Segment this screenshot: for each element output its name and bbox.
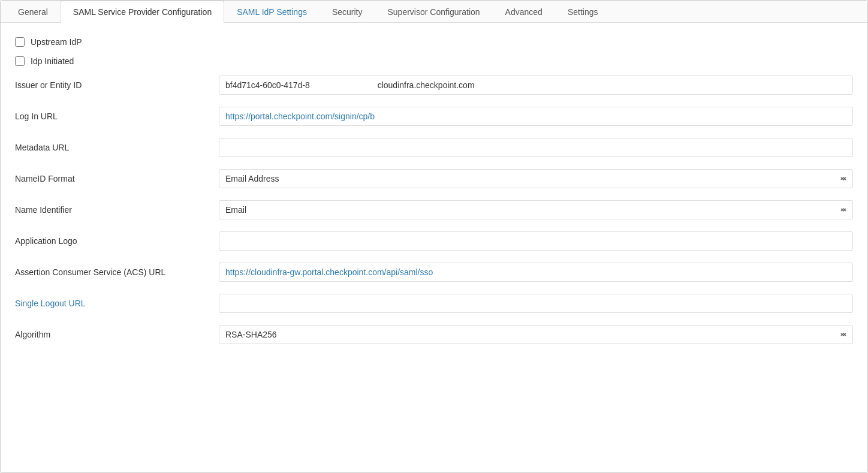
single-logout-url-input[interactable]	[219, 294, 853, 313]
application-logo-row: Application Logo	[15, 231, 853, 251]
nameid-format-row: NameID Format Email Address Persistent T…	[15, 169, 853, 188]
algorithm-label: Algorithm	[15, 325, 219, 339]
application-logo-field	[219, 231, 853, 251]
tab-settings[interactable]: Settings	[555, 1, 611, 23]
idp-initiated-label: Idp Initiated	[31, 56, 74, 66]
nameid-format-select[interactable]: Email Address Persistent Transient Unspe…	[219, 169, 853, 188]
algorithm-select[interactable]: RSA-SHA256 RSA-SHA1 RSA-SHA384 RSA-SHA51…	[219, 325, 853, 344]
tab-general[interactable]: General	[5, 1, 61, 23]
main-window: General SAML Service Provider Configurat…	[0, 0, 868, 473]
single-logout-url-row: Single Logout URL	[15, 294, 853, 313]
name-identifier-field: Email Username UPN	[219, 200, 853, 219]
metadata-url-label: Metadata URL	[15, 138, 219, 152]
acs-url-field	[219, 263, 853, 282]
algorithm-row: Algorithm RSA-SHA256 RSA-SHA1 RSA-SHA384…	[15, 325, 853, 344]
acs-url-row: Assertion Consumer Service (ACS) URL	[15, 263, 853, 282]
metadata-url-row: Metadata URL	[15, 138, 853, 157]
idp-initiated-checkbox[interactable]	[15, 56, 25, 66]
single-logout-url-field	[219, 294, 853, 313]
tab-security[interactable]: Security	[320, 1, 375, 23]
upstream-idp-row: Upstream IdP	[15, 37, 853, 47]
issuer-entity-id-row: Issuer or Entity ID	[15, 76, 853, 95]
metadata-url-field	[219, 138, 853, 157]
name-identifier-label: Name Identifier	[15, 200, 219, 215]
tab-saml-sp[interactable]: SAML Service Provider Configuration	[61, 1, 224, 23]
issuer-entity-id-input[interactable]	[219, 76, 853, 95]
name-identifier-select[interactable]: Email Username UPN	[219, 200, 853, 219]
upstream-idp-label: Upstream IdP	[31, 37, 82, 47]
login-url-input[interactable]	[219, 107, 853, 126]
tab-saml-idp[interactable]: SAML IdP Settings	[224, 1, 320, 23]
nameid-format-field: Email Address Persistent Transient Unspe…	[219, 169, 853, 188]
issuer-entity-id-field	[219, 76, 853, 95]
acs-url-label: Assertion Consumer Service (ACS) URL	[15, 263, 219, 277]
login-url-label: Log In URL	[15, 107, 219, 121]
application-logo-input[interactable]	[219, 231, 853, 251]
tab-bar: General SAML Service Provider Configurat…	[1, 1, 867, 23]
application-logo-label: Application Logo	[15, 231, 219, 246]
issuer-entity-id-label: Issuer or Entity ID	[15, 76, 219, 90]
tab-advanced[interactable]: Advanced	[493, 1, 555, 23]
tab-supervisor[interactable]: Supervisor Configuration	[375, 1, 493, 23]
name-identifier-row: Name Identifier Email Username UPN	[15, 200, 853, 219]
algorithm-field: RSA-SHA256 RSA-SHA1 RSA-SHA384 RSA-SHA51…	[219, 325, 853, 344]
login-url-row: Log In URL	[15, 107, 853, 126]
upstream-idp-checkbox[interactable]	[15, 37, 25, 47]
nameid-format-label: NameID Format	[15, 169, 219, 183]
metadata-url-input[interactable]	[219, 138, 853, 157]
login-url-field	[219, 107, 853, 126]
form-content: Upstream IdP Idp Initiated Issuer or Ent…	[1, 23, 867, 472]
acs-url-input[interactable]	[219, 263, 853, 282]
idp-initiated-row: Idp Initiated	[15, 56, 853, 66]
single-logout-url-label: Single Logout URL	[15, 294, 219, 308]
